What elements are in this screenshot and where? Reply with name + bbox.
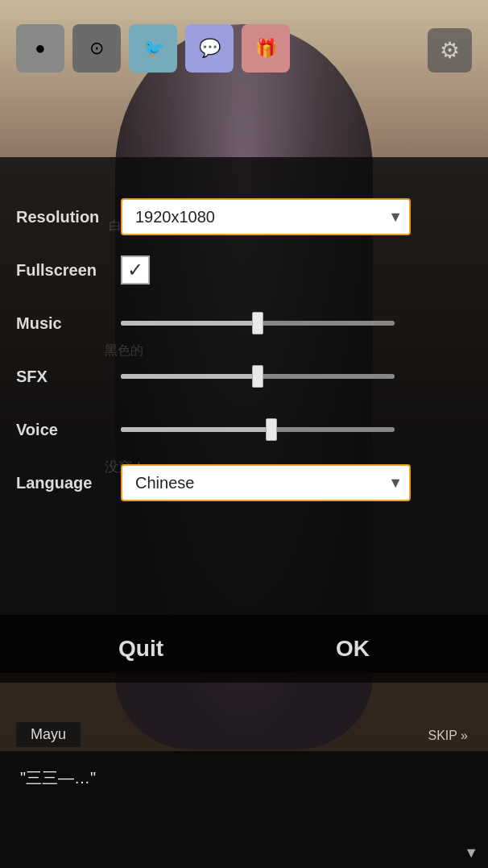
resolution-control: 800x600 1280x720 1920x1080 2560x1440 ▼ [121,198,472,235]
sfx-label: SFX [16,368,121,386]
language-select[interactable]: English Chinese Japanese [121,464,411,501]
resolution-dropdown-container: 800x600 1280x720 1920x1080 2560x1440 ▼ [121,198,411,235]
skip-button[interactable]: SKIP » [428,729,468,743]
sfx-control [121,368,472,384]
dialogue-text: "三三—…" [20,769,96,787]
voice-control [121,422,472,438]
social-icons-bar: ● ⊙ 🐦 💬 🎁 [16,24,290,73]
gift-icon[interactable]: 🎁 [242,24,290,73]
action-buttons-bar: Quit OK [0,615,488,683]
fullscreen-label: Fullscreen [16,261,121,280]
patreon-icon[interactable]: ● [16,24,64,73]
music-label: Music [16,314,121,333]
resolution-select[interactable]: 800x600 1280x720 1920x1080 2560x1440 [121,198,411,235]
music-slider-wrapper [121,315,395,331]
sfx-slider-thumb[interactable] [252,365,263,388]
settings-gear-button[interactable]: ⚙ [428,28,472,73]
vn-bottom-area: Mayu SKIP » "三三—…" ▼ [0,683,488,868]
settings-panel: Resolution 800x600 1280x720 1920x1080 25… [0,197,488,517]
voice-slider-thumb[interactable] [266,418,277,441]
fullscreen-control: ✓ [121,255,472,284]
steam-icon[interactable]: ⊙ [72,24,121,73]
sfx-slider-wrapper [121,368,395,384]
gear-icon: ⚙ [440,37,460,64]
voice-label: Voice [16,421,121,439]
music-slider-fill [121,321,258,326]
fullscreen-row: Fullscreen ✓ [16,251,472,289]
character-name-box: Mayu [16,722,81,747]
character-name: Mayu [31,726,66,742]
voice-slider-track[interactable] [121,427,395,432]
sfx-slider-track[interactable] [121,374,395,379]
language-control: English Chinese Japanese ▼ [121,464,472,501]
resolution-label: Resolution [16,208,121,226]
discord-icon[interactable]: 💬 [185,24,234,73]
checkmark-icon: ✓ [127,259,143,281]
twitter-icon[interactable]: 🐦 [129,24,177,73]
voice-slider-fill [121,427,271,432]
sfx-row: SFX [16,357,472,396]
language-label: Language [16,474,121,492]
ok-button[interactable]: OK [312,629,394,668]
voice-slider-wrapper [121,422,395,438]
dialogue-box[interactable]: "三三—…" ▼ [0,751,488,868]
voice-row: Voice [16,410,472,449]
music-row: Music [16,304,472,343]
language-row: Language English Chinese Japanese ▼ [16,463,472,502]
music-slider-thumb[interactable] [252,312,263,334]
fullscreen-checkbox-container: ✓ [121,255,472,284]
quit-button[interactable]: Quit [94,629,188,668]
resolution-row: Resolution 800x600 1280x720 1920x1080 25… [16,197,472,236]
sfx-slider-fill [121,374,258,379]
music-control [121,315,472,331]
music-slider-track[interactable] [121,321,395,326]
language-dropdown-container: English Chinese Japanese ▼ [121,464,411,501]
fullscreen-checkbox[interactable]: ✓ [121,255,150,284]
scroll-down-icon[interactable]: ▼ [464,845,478,862]
